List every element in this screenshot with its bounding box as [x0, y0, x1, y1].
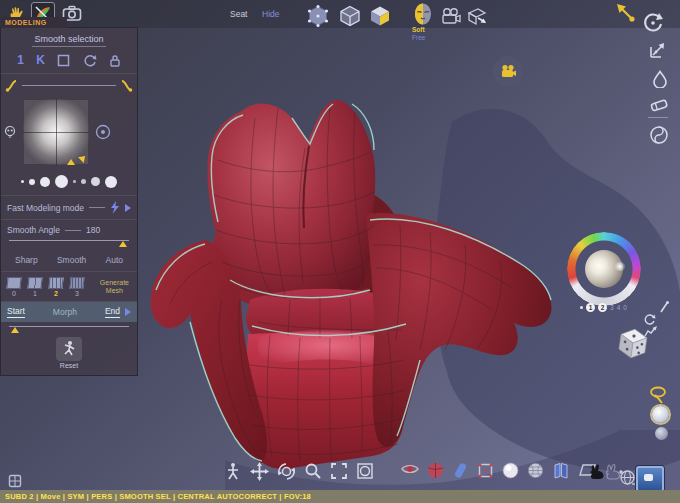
brush-size-presets[interactable]	[1, 169, 137, 196]
morph-end-button[interactable]: End	[105, 306, 120, 318]
pose-figure-icon[interactable]	[224, 462, 242, 481]
hide-button[interactable]: Hide	[262, 9, 279, 19]
subdivision-row: 0 1 2 3 GenerateMesh	[1, 272, 137, 302]
nav-tools-group	[224, 462, 374, 481]
subd-level-2[interactable]: 2	[49, 277, 63, 297]
selection-tools-row: 1 K	[1, 50, 137, 74]
vertices-sphere-icon[interactable]	[306, 4, 330, 28]
material-slot-0[interactable]: 0	[623, 304, 627, 311]
solid-cube-icon[interactable]	[368, 4, 392, 28]
wire-sphere-icon[interactable]	[527, 462, 544, 479]
morph-expand-arrow-icon[interactable]	[125, 308, 131, 316]
k-select-tool[interactable]: K	[36, 53, 45, 67]
alpha-dot[interactable]	[91, 177, 100, 186]
material-slots: 1 2 3 4 0	[580, 303, 627, 312]
size-dot[interactable]	[55, 175, 68, 188]
subd-level-0[interactable]: 0	[7, 277, 21, 297]
globe-icon[interactable]	[618, 468, 637, 487]
generate-mesh-button[interactable]: GenerateMesh	[100, 279, 131, 295]
undo-rotate-icon[interactable]	[641, 11, 665, 35]
object-name-label[interactable]: Seat	[230, 9, 248, 19]
lock-select-tool[interactable]	[109, 54, 121, 67]
loop-select-tool[interactable]	[83, 54, 97, 67]
grid-icon	[27, 277, 42, 289]
stamp-icon[interactable]	[3, 125, 17, 139]
alpha-dot[interactable]	[73, 180, 76, 183]
reset-section: Reset	[1, 332, 137, 375]
nomad-sculpt-app: Seat Hide Soft Free MODEL	[0, 0, 680, 503]
droplet-icon[interactable]	[652, 70, 668, 88]
reset-pose-button[interactable]	[56, 337, 82, 361]
radius-target-icon[interactable]	[95, 124, 111, 140]
silver-sphere-icon[interactable]	[502, 462, 519, 479]
material-slot-3[interactable]: 3	[610, 304, 614, 311]
slider-handle[interactable]	[119, 241, 127, 247]
red-sphere-icon[interactable]	[427, 462, 444, 479]
snap-arrow-icon[interactable]	[615, 2, 637, 24]
sphere-box-icon[interactable]	[356, 462, 374, 481]
mode-sharp[interactable]: Sharp	[15, 255, 38, 265]
alpha-dot[interactable]	[81, 179, 86, 184]
brush-icon[interactable]	[452, 462, 469, 479]
slot-dot[interactable]	[580, 306, 583, 309]
env-sphere-icon[interactable]	[655, 427, 668, 440]
unfold-box-icon[interactable]	[465, 5, 489, 27]
lasso-icon[interactable]	[648, 385, 668, 405]
yinyang-icon[interactable]	[649, 125, 669, 145]
viewport-camera-button[interactable]	[493, 56, 523, 86]
size-dot[interactable]	[29, 179, 35, 185]
falloff-curve-right-icon[interactable]	[120, 79, 133, 92]
mode-smooth[interactable]: Smooth	[57, 255, 86, 265]
lightning-icon[interactable]	[110, 201, 120, 214]
falloff-curve-left-icon[interactable]	[5, 79, 18, 92]
material-slot-1[interactable]: 1	[586, 303, 595, 312]
screen-preview-icon[interactable]	[636, 466, 664, 492]
size-dot[interactable]	[21, 180, 24, 183]
fast-modeling-row[interactable]: Fast Modeling mode	[1, 196, 137, 220]
falloff-slider[interactable]	[22, 85, 116, 86]
falloff-row	[1, 74, 137, 97]
dice-icon[interactable]	[615, 325, 651, 361]
smooth-angle-label: Smooth Angle	[7, 225, 60, 235]
morph-start-button[interactable]: Start	[7, 306, 25, 318]
brush-falloff-preview[interactable]	[23, 99, 89, 165]
eraser-icon[interactable]	[649, 96, 669, 114]
alpha-dot[interactable]	[105, 176, 117, 188]
subd-level-1[interactable]: 1	[28, 277, 42, 297]
eye-icon[interactable]	[401, 462, 419, 479]
mode-auto[interactable]: Auto	[105, 255, 123, 265]
material-slot-2[interactable]: 2	[598, 303, 607, 312]
wire-cube-icon[interactable]	[338, 4, 362, 28]
smooth-angle-slider[interactable]	[9, 236, 129, 246]
size-dot[interactable]	[40, 177, 50, 187]
single-select-tool[interactable]: 1	[17, 53, 24, 67]
cage-icon[interactable]	[477, 462, 494, 479]
pages-icon[interactable]	[552, 462, 570, 479]
rect-select-tool[interactable]	[57, 54, 70, 67]
morph-slider-handle[interactable]	[11, 327, 19, 333]
tab-modeling[interactable]: MODELING	[1, 17, 67, 28]
mask-icon[interactable]	[413, 3, 433, 26]
zoom-icon[interactable]	[304, 462, 322, 481]
light-sphere-icon[interactable]	[652, 406, 669, 423]
matcap-sphere[interactable]	[585, 250, 623, 288]
film-camera-icon[interactable]	[440, 6, 462, 26]
orbit-icon[interactable]	[277, 462, 296, 481]
screen-glyph	[644, 474, 653, 481]
expand-arrow-icon[interactable]	[125, 204, 131, 212]
morph-row: Start Morph End	[1, 302, 137, 322]
subd-level-3[interactable]: 3	[70, 277, 84, 297]
falloff-handle[interactable]	[67, 159, 75, 165]
scene-package-icon[interactable]	[8, 474, 22, 488]
status-text: SUBD 2 | Move | SYM | PERS | SMOOTH SEL …	[5, 492, 311, 501]
modeling-panel: MODELING Smooth selection 1 K	[0, 27, 138, 376]
reset-label: Reset	[60, 362, 78, 369]
grid-icon	[48, 277, 63, 289]
smooth-angle-value[interactable]: 180	[86, 225, 100, 235]
material-slot-4[interactable]: 4	[617, 304, 621, 311]
morph-slider[interactable]	[9, 322, 129, 332]
move-arrows-icon[interactable]	[250, 462, 269, 481]
pen-icon[interactable]	[658, 300, 670, 314]
frame-select-icon[interactable]	[330, 462, 348, 481]
transform-axes-icon[interactable]	[648, 40, 668, 60]
